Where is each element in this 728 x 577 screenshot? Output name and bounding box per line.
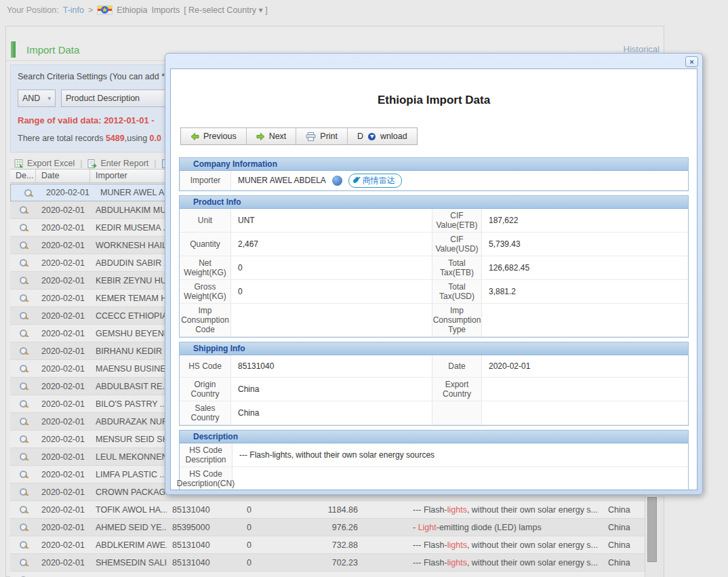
breadcrumb: Your Position: T-info > Ethiopia Imports…	[7, 5, 268, 15]
row-description: - Light-emitting diode (LED) lamps	[407, 523, 603, 532]
detail-magnifier-icon[interactable]	[20, 488, 27, 496]
field-value: UNT	[231, 209, 432, 233]
field-label: Export Country	[432, 378, 482, 401]
detail-magnifier-icon[interactable]	[20, 206, 27, 214]
row-date: 2020-02-01	[36, 540, 90, 550]
breadcrumb-tinfo-link[interactable]: T-info	[63, 5, 84, 15]
row-date: 2020-02-01	[36, 276, 90, 285]
row-importer: LEUL MEKONNEN...	[90, 452, 167, 462]
table-row[interactable]: 2020-02-01 SHEMSEDIN SALI... 85131040 0 …	[10, 554, 645, 572]
field-value: 3,881.2	[482, 280, 688, 304]
row-date: 2020-02-01	[41, 188, 95, 197]
row-date: 2020-02-01	[36, 382, 90, 391]
close-icon[interactable]: ×	[685, 56, 698, 67]
search-settings-label: Search Criteria Settings (You can add *	[18, 72, 165, 81]
column-header-date[interactable]: Date	[36, 170, 90, 182]
row-importer: AHMED SEID YE...	[90, 523, 167, 532]
field-label: Total Tax(USD)	[432, 280, 482, 304]
shipping-info-grid: HS Code85131040Date2020-02-01Origin Coun…	[180, 355, 688, 425]
row-origin-country: China	[603, 558, 639, 568]
field-value: 2020-02-01	[482, 355, 688, 378]
row-date: 2020-02-01	[36, 346, 90, 356]
detail-magnifier-icon[interactable]	[20, 559, 27, 566]
and-or-select[interactable]: AND ▾	[18, 89, 56, 107]
row-date: 2020-02-01	[36, 505, 90, 515]
detail-magnifier-icon[interactable]	[20, 418, 27, 425]
detail-magnifier-icon[interactable]	[20, 330, 27, 337]
detail-magnifier-icon[interactable]	[20, 541, 27, 549]
table-row[interactable]: 2020-02-01 TOFIK AWOL HA... 85131040 0 1…	[10, 501, 645, 519]
row-importer: KEBIR ZEYNU HU...	[90, 276, 167, 285]
detail-magnifier-icon[interactable]	[20, 294, 27, 302]
detail-magnifier-icon[interactable]	[20, 347, 27, 355]
table-row[interactable]: 2020-02-01 ABDLKERIM AWE... 85131040 0 7…	[10, 536, 645, 554]
records-time: 0.0	[150, 134, 161, 143]
row-importer: ABDULBASIT RE...	[90, 382, 167, 391]
export-excel-button[interactable]: Export Excel	[14, 159, 75, 168]
description-section: Description HS Code Description--- Flash…	[179, 430, 689, 490]
row-importer: CROWN PACKAG...	[90, 488, 167, 497]
section-header: Product Info	[180, 196, 688, 209]
field-label: Imp Consumption Code	[180, 304, 231, 337]
field-value	[482, 378, 688, 401]
table-row[interactable]	[10, 572, 645, 577]
detail-magnifier-icon[interactable]	[20, 435, 27, 443]
row-importer: GEMSHU BEYENE...	[90, 329, 167, 338]
row-date: 2020-02-01	[36, 241, 90, 250]
breadcrumb-prefix: Your Position:	[7, 5, 59, 15]
print-button[interactable]: Print	[296, 128, 348, 144]
table-row[interactable]: 2020-02-01 AHMED SEID YE... 85395000 0 9…	[10, 519, 645, 536]
row-value: 702.23	[299, 558, 363, 568]
business-radar-badge[interactable]: 商情雷达	[348, 174, 402, 188]
column-header-detail[interactable]: De...	[10, 170, 36, 182]
reselect-country-dropdown[interactable]: [ Re-select Country ▾ ]	[184, 5, 268, 15]
detail-magnifier-icon[interactable]	[24, 189, 32, 197]
download-button[interactable]: Dwnload	[348, 128, 417, 144]
previous-button[interactable]: Previous	[181, 128, 247, 144]
modal-button-bar: Previous Next Print Dwnload	[180, 127, 418, 145]
detail-magnifier-icon[interactable]	[20, 453, 27, 460]
detail-magnifier-icon[interactable]	[20, 241, 27, 249]
row-weight: 0	[241, 505, 299, 515]
row-date: 2020-02-01	[36, 258, 90, 268]
globe-icon[interactable]	[332, 176, 342, 186]
ethiopia-flag-icon	[97, 5, 113, 15]
detail-magnifier-icon[interactable]	[20, 277, 27, 284]
column-header-importer[interactable]: Importer	[90, 170, 167, 182]
detail-magnifier-icon[interactable]	[20, 506, 27, 513]
toolbar-separator: |	[80, 159, 82, 168]
row-importer: MAENSU BUSINE...	[90, 364, 167, 374]
row-importer: ABDULHAKIM MU...	[90, 205, 167, 215]
detail-magnifier-icon[interactable]	[20, 471, 27, 478]
field-value: --- Flash-lights, without their own sola…	[232, 443, 688, 467]
row-weight: 0	[241, 523, 299, 532]
row-importer: MENSUR SEID SH...	[90, 435, 167, 444]
field-label: Total Tax(ETB)	[432, 256, 482, 280]
field-label: Quantity	[180, 233, 231, 256]
row-date: 2020-02-01	[36, 329, 90, 338]
field-value	[482, 304, 688, 337]
download-icon	[368, 133, 376, 140]
detail-magnifier-icon[interactable]	[20, 382, 27, 390]
row-importer: SHEMSEDIN SALI...	[90, 558, 167, 568]
scrollbar-thumb[interactable]	[647, 497, 657, 562]
row-value: 976.26	[299, 523, 363, 532]
detail-magnifier-icon[interactable]	[20, 312, 27, 319]
modal-body: Ethiopia Import Data Previous Next Print…	[170, 68, 697, 490]
next-button[interactable]: Next	[247, 128, 297, 144]
detail-magnifier-icon[interactable]	[20, 523, 27, 531]
detail-magnifier-icon[interactable]	[20, 259, 27, 266]
row-importer: CCECC ETHIOPIA...	[90, 311, 167, 321]
field-label: Origin Country	[180, 378, 231, 401]
row-value: 1184.86	[299, 505, 363, 515]
row-importer: KEDIR MUSEMA ...	[90, 223, 167, 233]
row-importer: ABDUDIN SABIR ...	[90, 258, 167, 268]
row-date: 2020-02-01	[36, 311, 90, 321]
detail-magnifier-icon[interactable]	[20, 224, 27, 231]
enter-report-button[interactable]: Enter Report	[87, 159, 148, 168]
detail-magnifier-icon[interactable]	[20, 365, 27, 372]
breadcrumb-country: Ethiopia	[117, 5, 147, 15]
detail-magnifier-icon[interactable]	[20, 400, 27, 407]
row-origin-country: China	[603, 523, 639, 532]
field-label: CIF Value(ETB)	[432, 209, 482, 233]
